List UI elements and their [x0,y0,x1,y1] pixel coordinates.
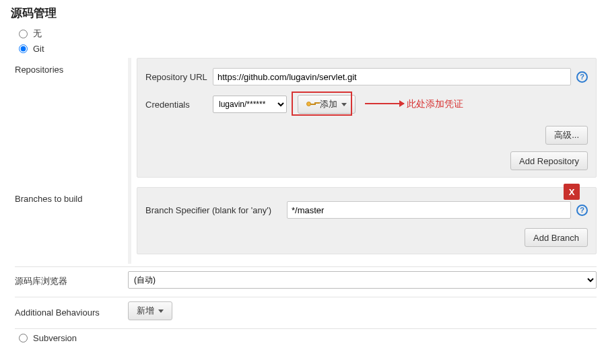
add-repository-button[interactable]: Add Repository [510,151,588,170]
delete-branch-button[interactable]: X [564,184,580,200]
add-behaviour-button[interactable]: 新增 [128,301,172,320]
repo-url-label: Repository URL [145,72,213,82]
branch-spec-input[interactable] [287,201,571,219]
credentials-label: Credentials [145,100,213,110]
radio-scm-none[interactable] [19,30,28,38]
branches-label: Branches to build [15,187,128,204]
repo-browser-label: 源码库浏览器 [15,272,128,287]
chevron-down-icon [158,310,164,313]
credentials-select[interactable]: lugavin/****** [213,96,287,113]
repo-browser-select[interactable]: (自动) [128,271,597,289]
behaviours-label: Additional Behaviours [15,305,128,318]
help-icon[interactable]: ? [576,71,588,83]
radio-scm-git-label[interactable]: Git [33,44,44,54]
repo-url-input[interactable] [213,68,571,85]
add-credentials-label: 添加 [320,98,337,110]
radio-scm-none-label[interactable]: 无 [33,28,42,40]
annotation-arrow [365,103,404,104]
chevron-down-icon [341,103,347,106]
section-title-scm: 源码管理 [11,5,597,21]
repository-panel: Repository URL ? Credentials lugavin/***… [137,58,597,178]
radio-scm-svn-label[interactable]: Subversion [33,333,77,343]
help-icon[interactable]: ? [576,205,588,216]
key-icon [306,102,316,107]
branch-panel: X Branch Specifier (blank for 'any') ? A… [137,187,597,254]
radio-scm-git[interactable] [19,44,28,53]
annotation-text: 此处添加凭证 [407,98,463,110]
branch-spec-label: Branch Specifier (blank for 'any') [145,205,287,215]
add-branch-button[interactable]: Add Branch [525,228,588,247]
advanced-button[interactable]: 高级... [545,126,588,145]
add-credentials-button[interactable]: 添加 [298,95,356,114]
radio-scm-svn[interactable] [19,334,28,342]
repositories-label: Repositories [15,58,128,75]
